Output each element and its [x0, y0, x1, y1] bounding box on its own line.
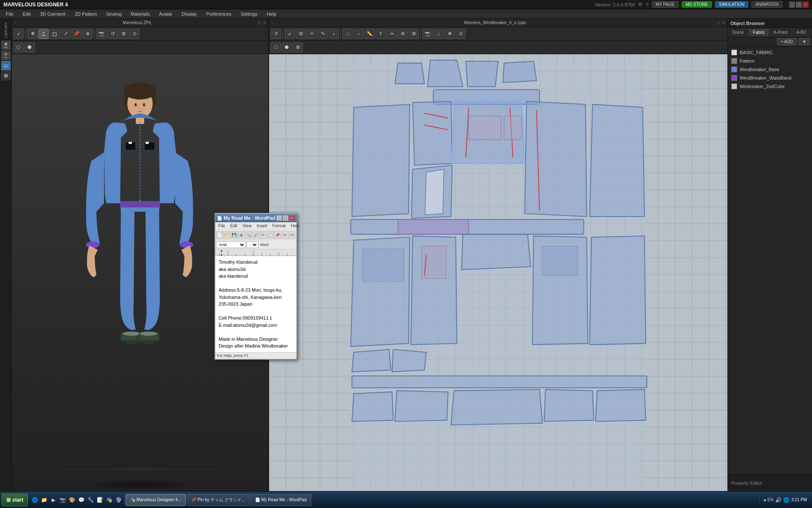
systray-lang[interactable]: EN	[768, 497, 774, 502]
wp-menu-format[interactable]: Format	[270, 223, 288, 229]
wordpad-minimize[interactable]: _	[276, 215, 282, 221]
taskbar-marvelous-btn[interactable]: 🎭 Marvelous Designer 4...	[126, 494, 186, 506]
menu-avatar[interactable]: Avatar	[155, 11, 177, 17]
tool-zoom[interactable]: ⊙	[129, 29, 140, 39]
menu-2dpattern[interactable]: 2D Pattern	[71, 11, 102, 17]
wp-save[interactable]: 💾	[230, 231, 237, 239]
wordpad-content[interactable]: Timothy Klanderud aka atomu3d aka klande…	[215, 256, 296, 352]
2d-tool-rect[interactable]: □	[343, 29, 353, 39]
wp-new[interactable]: 📄	[216, 231, 223, 239]
menu-settings[interactable]: Settings	[236, 11, 262, 17]
2d-tool-measure[interactable]: 📏	[365, 29, 375, 39]
ob-tab-apoint[interactable]: A-Point	[769, 29, 792, 36]
2d-maximize[interactable]: □	[717, 20, 720, 25]
taskbar-wordpad-btn[interactable]: 📄 My Read Me - WordPad	[250, 494, 311, 506]
2d-tool-point[interactable]: •	[329, 29, 339, 39]
ob-item-windbreaker-base[interactable]: Windbreaker_Base	[728, 65, 812, 74]
avatar-icon-2[interactable]	[1, 51, 11, 60]
tool-rotate[interactable]: ↺	[107, 29, 118, 39]
menu-materials[interactable]: Materials	[126, 11, 154, 17]
taskbar-app5-icon[interactable]: 📝	[96, 496, 104, 504]
wp-cut[interactable]: ✂	[260, 231, 266, 239]
taskbar-app3-icon[interactable]: 💬	[77, 496, 85, 504]
taskbar-ie-icon[interactable]: 🌐	[30, 496, 39, 504]
head-icon[interactable]	[1, 71, 11, 80]
ob-tab-abv[interactable]: A-BV	[792, 29, 811, 36]
wordpad-close[interactable]: ×	[289, 215, 295, 221]
tool-pan[interactable]: ⊞	[118, 29, 129, 39]
menu-help[interactable]: Help	[263, 11, 281, 17]
wordpad-maximize[interactable]: □	[283, 215, 288, 221]
3d-minimize[interactable]: -	[14, 20, 16, 25]
menu-display[interactable]: Display	[178, 11, 201, 17]
ob-item-basic-fabric[interactable]: BASIC_FABRIC	[728, 48, 812, 57]
menu-sewing[interactable]: Sewing	[102, 11, 126, 17]
wp-size-select[interactable]: 10	[247, 241, 258, 248]
wp-menu-insert[interactable]: Insert	[255, 223, 269, 229]
ob-item-waistband[interactable]: WindBreaker_WaistBand	[728, 74, 812, 82]
2d-tool-sel2[interactable]: ⬡	[271, 42, 281, 52]
systray-network[interactable]: 🌐	[783, 497, 790, 503]
systray-volume[interactable]: 🔊	[775, 497, 782, 503]
2d-minimize[interactable]: -	[272, 20, 273, 25]
avatar-icon-1[interactable]	[1, 41, 11, 50]
wp-find[interactable]: 🔎	[252, 231, 259, 239]
tool-mesh[interactable]: ⬢	[25, 42, 35, 52]
2d-tool-mesh2[interactable]: ⬢	[282, 42, 292, 52]
ob-options-button[interactable]: ▼	[798, 38, 810, 45]
animation-button[interactable]: ANIMATION	[752, 1, 782, 8]
taskbar-clock[interactable]: 3:21 PM	[791, 497, 807, 502]
fabric-icon[interactable]	[1, 61, 11, 70]
ob-add-button[interactable]: + ADD	[777, 38, 797, 45]
wp-copy[interactable]: 📋	[267, 231, 274, 239]
2d-tool-home[interactable]: ⌂	[433, 29, 444, 39]
taskbar-app4-icon[interactable]: 🔧	[86, 496, 95, 504]
ob-item-2ndcolor[interactable]: Winbreaker_2ndColor	[728, 82, 812, 91]
wp-open[interactable]: 📂	[223, 231, 230, 239]
tool-move[interactable]: ✥	[27, 29, 38, 39]
wp-undo[interactable]: ↩	[282, 231, 288, 239]
tool-camera[interactable]: 📷	[96, 29, 107, 39]
my-page-button[interactable]: MY PAGE	[652, 1, 679, 8]
2d-tool-select[interactable]: ↙	[285, 29, 295, 39]
minimize-button[interactable]: _	[789, 2, 795, 8]
tool-select[interactable]: ↙	[14, 29, 24, 39]
taskbar-pin-btn[interactable]: 📌 Pin by ティム クランド...	[187, 494, 249, 506]
2d-tool-snap[interactable]: ⊕	[398, 29, 408, 39]
settings-icon[interactable]: ⚙	[638, 2, 642, 7]
2d-tool-rotate[interactable]: ↺	[271, 29, 281, 39]
2d-tool-text[interactable]: T	[376, 29, 386, 39]
2d-tool-camera2[interactable]: 📷	[422, 29, 433, 39]
ob-tab-fabric[interactable]: Fabric	[749, 29, 769, 36]
simulation-button[interactable]: SIMULATION	[715, 1, 748, 8]
viewport-2d-canvas[interactable]	[269, 54, 727, 491]
wp-font-select[interactable]: Arial	[216, 241, 246, 248]
2d-tool-pen[interactable]: ✎	[318, 29, 328, 39]
3d-maximize[interactable]: □	[258, 20, 261, 25]
wp-redo[interactable]: ↪	[289, 231, 296, 239]
ob-tab-scene[interactable]: Scene	[728, 29, 749, 36]
wp-menu-edit[interactable]: Edit	[228, 223, 239, 229]
tool-magnet[interactable]: ⊕	[82, 29, 93, 39]
2d-tool-mirror[interactable]: ⇔	[387, 29, 397, 39]
tool-arrow[interactable]: ↗	[60, 29, 71, 39]
taskbar-folder-icon[interactable]: 📁	[40, 496, 48, 504]
tool-garment[interactable]	[49, 29, 60, 39]
wp-menu-view[interactable]: View	[240, 223, 254, 229]
tool-pin[interactable]: 📌	[71, 29, 82, 39]
taskbar-app6-icon[interactable]: 🎭	[105, 496, 113, 504]
menu-preferences[interactable]: Preferences	[202, 11, 236, 17]
menu-edit[interactable]: Edit	[19, 11, 35, 17]
md-store-button[interactable]: MD STORE	[682, 1, 712, 8]
3d-close[interactable]: ×	[263, 20, 266, 25]
wp-menu-help[interactable]: Help	[289, 223, 302, 229]
taskbar-app7-icon[interactable]: 🔮	[114, 496, 123, 504]
2d-tool-zoom2[interactable]: ⊙	[455, 29, 466, 39]
wp-paste[interactable]: 📌	[274, 231, 281, 239]
ob-item-pattern[interactable]: Pattern	[728, 57, 812, 65]
menu-3dgarment[interactable]: 3D Garment	[36, 11, 70, 17]
2d-tool-checker[interactable]: ⊞	[409, 29, 419, 39]
wp-menu-file[interactable]: File	[216, 223, 227, 229]
close-button[interactable]: ×	[803, 2, 809, 8]
wp-print-preview[interactable]: 🔍	[245, 231, 252, 239]
